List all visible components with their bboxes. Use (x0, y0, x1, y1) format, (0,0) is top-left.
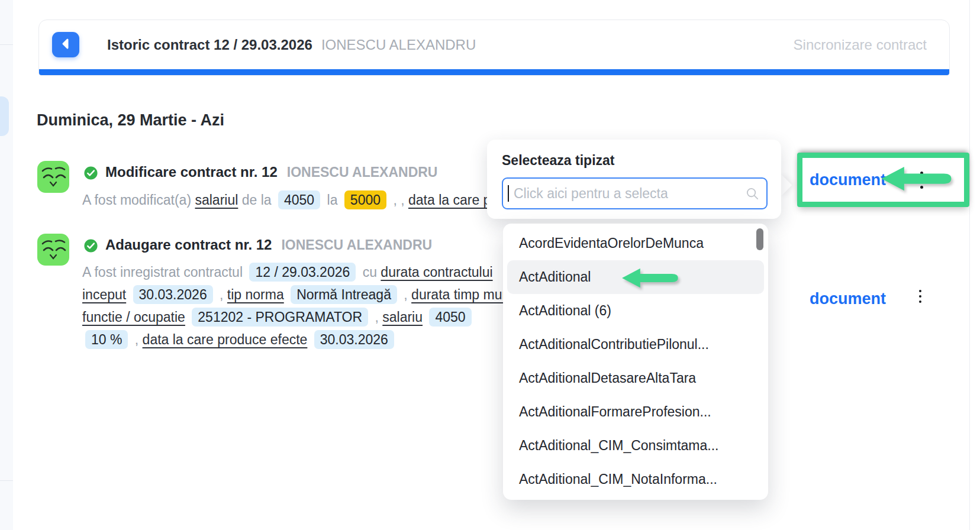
page-title: Istoric contract 12 / 29.03.2026 (107, 37, 312, 53)
template-search-input[interactable] (502, 177, 768, 209)
sync-contract-button[interactable]: Sincronizare contract (794, 37, 927, 53)
annotation-arrow-actaditional (620, 266, 679, 293)
left-arrow-icon (882, 167, 952, 190)
entry1-title-row: Modificare contract nr. 12 IONESCU ALEXA… (105, 164, 437, 180)
left-arrow-icon (622, 269, 678, 287)
entry1-title: Modificare contract nr. 12 (105, 164, 278, 180)
annotation-arrow-document (878, 165, 954, 195)
smiling-face-icon (37, 234, 69, 266)
check-icon (83, 165, 99, 181)
entry2-line2: inceput 30.03.2026 , tip norma Normă Int… (82, 283, 524, 306)
select-template-popover: Selecteaza tipizat (487, 140, 781, 219)
dropdown-item[interactable]: AcordEvidentaOrelorDeMunca (507, 227, 764, 260)
entry1-employee: IONESCU ALEXANDRU (287, 164, 438, 180)
back-icon (59, 37, 73, 53)
entry2-line1: A fost inregistrat contractul 12 / 29.03… (82, 261, 524, 283)
document-link-1[interactable]: document (810, 171, 886, 189)
text-caret (508, 185, 509, 202)
dropdown-item[interactable]: ActAditional_CIM_Consimtama... (507, 429, 764, 463)
document-link-2[interactable]: document (810, 290, 886, 308)
entry2-status-badge (83, 238, 99, 256)
page-right-edge (969, 0, 970, 530)
kebab-menu-icon[interactable] (919, 288, 921, 304)
dropdown-item[interactable]: ActAditionalFormareProfesion... (507, 395, 764, 429)
entry2-title: Adaugare contract nr. 12 (105, 237, 272, 253)
sidebar-divider-top (0, 44, 13, 45)
sidebar-sliver (0, 0, 13, 530)
back-button[interactable] (52, 32, 79, 57)
dropdown-item[interactable]: ActAditional (6) (507, 294, 764, 328)
day-heading: Duminica, 29 Martie - Azi (37, 111, 224, 130)
dropdown-item[interactable]: ActAditionalDetasareAltaTara (507, 361, 764, 395)
dropdown-item[interactable]: ActAditional_CIM_NotaInforma... (507, 463, 764, 496)
sidebar-active-item-fragment[interactable] (0, 96, 9, 136)
entry2-title-row: Adaugare contract nr. 12 IONESCU ALEXAND… (105, 237, 432, 253)
check-icon (83, 238, 99, 254)
popover-title: Selecteaza tipizat (502, 153, 768, 169)
entry2-body: A fost inregistrat contractul 12 / 29.03… (82, 261, 524, 351)
entry2-avatar (37, 234, 69, 268)
entry2-line3: functie / ocupatie 251202 - PROGRAMATOR … (82, 306, 524, 328)
sidebar-divider-bottom (0, 480, 13, 481)
smiling-face-icon (37, 161, 69, 193)
header-accent-bar (39, 69, 949, 75)
entry1-status-badge (83, 165, 99, 183)
employee-name: IONESCU ALEXANDRU (321, 37, 476, 53)
entry2-line4: 10 % , data la care produce efecte 30.03… (82, 328, 524, 351)
entry2-employee: IONESCU ALEXANDRU (281, 237, 432, 253)
dropdown-item[interactable]: ActAditionalContributiePilonul... (507, 328, 764, 361)
search-icon (746, 187, 759, 201)
list-scrollbar-thumb[interactable] (756, 228, 763, 250)
entry1-avatar (37, 161, 69, 195)
annotation-box-document: document (797, 153, 969, 207)
contract-history-header-card: Istoric contract 12 / 29.03.2026 IONESCU… (38, 20, 950, 76)
